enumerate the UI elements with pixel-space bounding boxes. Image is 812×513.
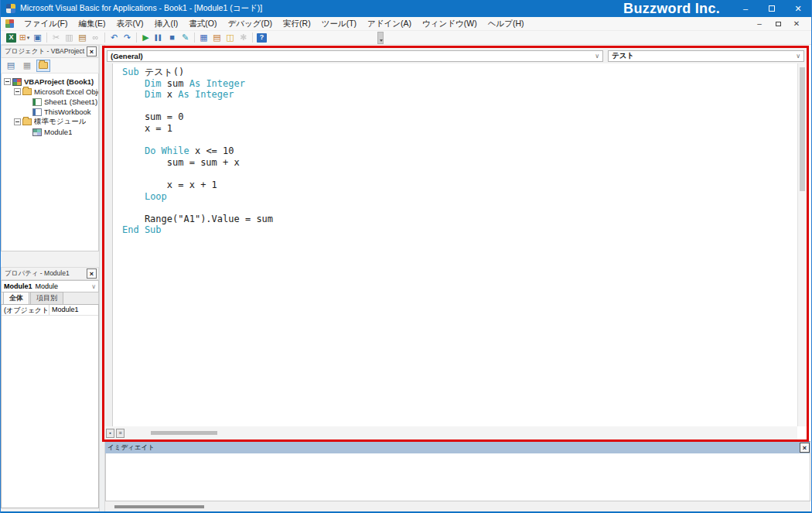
- maximize-button[interactable]: [759, 0, 785, 17]
- code-text: [122, 78, 145, 89]
- immediate-window-header[interactable]: イミディエイト ×: [105, 441, 810, 453]
- vertical-scrollbar[interactable]: [797, 63, 807, 426]
- save-button[interactable]: ▣: [31, 32, 44, 44]
- reset-icon: ■: [169, 33, 175, 42]
- procedure-dropdown[interactable]: テスト ∨: [608, 50, 804, 62]
- object-dropdown[interactable]: (General) ∨: [107, 50, 603, 62]
- object-selector-dropdown[interactable]: Module1 Module ∨: [1, 280, 99, 292]
- property-value[interactable]: Module1: [49, 305, 98, 315]
- menu-item[interactable]: デバッグ(D): [223, 17, 278, 30]
- vba-editor-window: Microsoft Visual Basic for Applications …: [0, 0, 812, 513]
- object-browser-button[interactable]: ◫: [223, 32, 237, 44]
- code-window-combo-row: (General) ∨ テスト ∨: [104, 48, 807, 63]
- menu-item[interactable]: ヘルプ(H): [483, 17, 530, 30]
- menu-item[interactable]: ファイル(F): [19, 17, 73, 30]
- collapse-expander-icon[interactable]: [14, 88, 21, 95]
- reset-button[interactable]: ■: [165, 32, 179, 44]
- mdi-close-button[interactable]: ✕: [791, 19, 802, 29]
- tree-item-label: Sheet1 (Sheet1): [44, 97, 97, 106]
- copy-button[interactable]: ▥: [63, 32, 76, 44]
- code-keyword: Dim: [145, 89, 167, 100]
- tab-alphabetic[interactable]: 全体: [3, 292, 29, 304]
- paste-button[interactable]: ▤: [76, 32, 89, 44]
- project-panel-close-button[interactable]: ×: [87, 46, 97, 56]
- project-tree: VBAProject (Book1)Microsoft Excel ObjecS…: [1, 74, 99, 251]
- code-keyword: Dim: [145, 78, 167, 89]
- cut-button[interactable]: ✂: [49, 32, 63, 44]
- code-keyword: Loop: [145, 191, 167, 202]
- object-selector-type: Module: [36, 282, 59, 290]
- menu-item[interactable]: 書式(O): [183, 17, 222, 30]
- tree-item[interactable]: Microsoft Excel Objec: [2, 87, 98, 97]
- redo-button[interactable]: ↷: [121, 32, 134, 44]
- tree-item[interactable]: ThisWorkbook: [2, 107, 98, 117]
- restore-icon: [776, 22, 781, 26]
- collapse-expander-icon[interactable]: [14, 118, 21, 125]
- immediate-window-body[interactable]: [105, 453, 810, 501]
- menu-item[interactable]: 表示(V): [111, 17, 148, 30]
- design-mode-button[interactable]: ✎: [179, 32, 192, 44]
- menu-item[interactable]: 編集(E): [73, 17, 111, 30]
- properties-panel: プロパティ - Module1 × Module1 Module ∨ 全体項目別…: [1, 267, 99, 508]
- code-text: [122, 191, 145, 202]
- immediate-scrollbar-thumb[interactable]: [114, 505, 204, 508]
- undo-button[interactable]: ↶: [107, 32, 121, 44]
- properties-window-button[interactable]: ▤: [210, 32, 223, 44]
- properties-panel-title: プロパティ - Module1: [5, 269, 70, 279]
- menu-item[interactable]: ウィンドウ(W): [417, 17, 483, 30]
- property-row[interactable]: (オブジェクト名) Module1: [2, 305, 98, 316]
- code-keyword: End Sub: [122, 224, 162, 235]
- menu-item[interactable]: アドイン(A): [362, 17, 417, 30]
- folder-icon: [22, 118, 32, 125]
- code-editor[interactable]: Sub テスト() Dim sum As Integer Dim x As In…: [104, 63, 807, 426]
- title-bar: Microsoft Visual Basic for Applications …: [1, 0, 811, 17]
- procedure-view-button[interactable]: ▪: [106, 429, 114, 438]
- code-line: End Sub: [122, 224, 273, 236]
- save-icon: ▣: [33, 33, 41, 42]
- minimize-button[interactable]: –: [732, 0, 759, 17]
- tree-item[interactable]: 標準モジュール: [2, 117, 98, 127]
- maximize-icon: [769, 5, 775, 12]
- immediate-window-close-button[interactable]: ×: [800, 443, 810, 453]
- tree-item-label: VBAProject (Book1): [24, 77, 94, 86]
- panel-separator[interactable]: [1, 251, 99, 267]
- toolbar-options-handle[interactable]: [377, 32, 384, 44]
- horizontal-scrollbar[interactable]: [137, 429, 786, 437]
- project-explorer-icon: ▦: [200, 33, 207, 42]
- toolbox-button[interactable]: ✱: [237, 32, 250, 44]
- code-line: Dim sum As Integer: [122, 78, 273, 90]
- tree-item[interactable]: Module1: [2, 127, 98, 137]
- close-button[interactable]: ✕: [785, 0, 811, 17]
- code-text: x = 1: [122, 123, 172, 134]
- immediate-horizontal-scrollbar[interactable]: [105, 501, 810, 511]
- collapse-expander-icon[interactable]: [4, 78, 11, 85]
- find-button[interactable]: ∞: [89, 32, 102, 44]
- menu-item[interactable]: 挿入(I): [148, 17, 183, 30]
- tree-item[interactable]: Sheet1 (Sheet1): [2, 97, 98, 107]
- mdi-minimize-button[interactable]: –: [754, 19, 765, 29]
- project-explorer-button[interactable]: ▦: [197, 32, 210, 44]
- properties-panel-close-button[interactable]: ×: [87, 268, 97, 279]
- code-lines[interactable]: Sub テスト() Dim sum As Integer Dim x As In…: [122, 67, 273, 236]
- properties-grid: (オブジェクト名) Module1: [1, 304, 99, 508]
- help-button[interactable]: ?: [255, 32, 268, 44]
- vba-app-icon: [5, 19, 14, 28]
- view-microsoft-excel-button[interactable]: X: [5, 32, 18, 44]
- mdi-restore-button[interactable]: [773, 19, 783, 29]
- full-module-view-button[interactable]: ≡: [116, 429, 125, 438]
- view-object-button[interactable]: ▦: [20, 60, 34, 72]
- tree-item[interactable]: VBAProject (Book1): [2, 77, 98, 87]
- object-dropdown-value: (General): [111, 52, 143, 60]
- view-code-button[interactable]: ▤: [4, 60, 18, 72]
- menu-item[interactable]: ツール(T): [316, 17, 362, 30]
- menu-item[interactable]: 実行(R): [278, 17, 316, 30]
- break-button[interactable]: ▌▌: [152, 32, 165, 44]
- folder-icon: [22, 88, 32, 95]
- object-browser-icon: ◫: [226, 33, 234, 42]
- toggle-folders-button[interactable]: [36, 60, 50, 72]
- insert-userform-button[interactable]: ⊞▾: [18, 32, 31, 44]
- horizontal-scrollbar-thumb[interactable]: [151, 431, 217, 435]
- run-sub-button[interactable]: ▶: [139, 32, 152, 44]
- tab-categorized[interactable]: 項目別: [30, 292, 63, 304]
- vertical-scrollbar-thumb[interactable]: [800, 67, 805, 191]
